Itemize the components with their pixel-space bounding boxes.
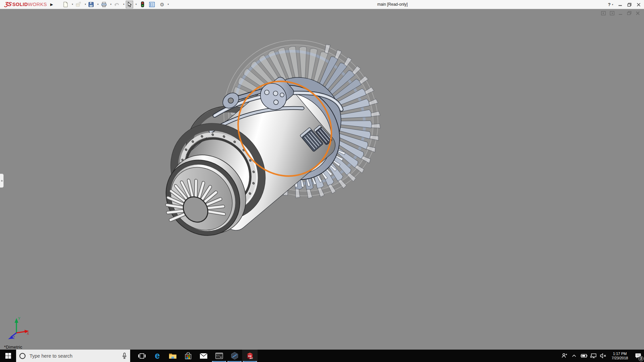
edrawings-button[interactable] xyxy=(227,350,242,362)
notification-badge: 3 xyxy=(638,356,644,361)
file-explorer-button[interactable] xyxy=(165,350,180,362)
people-button[interactable] xyxy=(560,353,568,359)
child-restore-icon[interactable] xyxy=(627,11,632,15)
orientation-triad: Y X Z xyxy=(5,315,30,340)
solidworks-logo: ƷS SOLIDWORKS xyxy=(0,0,49,9)
child-minimize-icon[interactable] xyxy=(619,11,623,15)
volume-button[interactable] xyxy=(599,353,607,358)
microsoft-store-button[interactable] xyxy=(180,350,196,362)
print-dropdown-icon[interactable]: ▾ xyxy=(110,3,112,6)
minimize-button[interactable] xyxy=(618,3,622,7)
windows-taskbar: Type here to search e xyxy=(0,350,644,362)
mail-icon xyxy=(200,353,208,359)
gear-icon: ⚙ xyxy=(160,2,164,7)
child-close-icon[interactable] xyxy=(636,11,640,15)
select-dropdown-icon[interactable]: ▾ xyxy=(136,3,137,6)
battery-button[interactable] xyxy=(580,354,587,358)
y-axis-arrow xyxy=(15,318,18,323)
hidden-icons-button[interactable] xyxy=(570,354,578,357)
pane-right-icon[interactable] xyxy=(610,11,614,15)
start-button[interactable] xyxy=(0,350,16,362)
properties-button[interactable] xyxy=(148,1,156,8)
open-dropdown-icon[interactable]: ▾ xyxy=(85,3,86,6)
options-button[interactable]: ⚙ xyxy=(159,1,165,8)
clock-time: 1:17 PM xyxy=(609,352,631,356)
graphics-viewport[interactable]: Y X Z *Dimetric xyxy=(0,9,644,350)
screen: ƷS SOLIDWORKS ▶ ▾ ▾ xyxy=(0,0,644,362)
save-button[interactable] xyxy=(87,1,95,8)
chevron-up-icon xyxy=(572,354,576,357)
print-icon xyxy=(101,2,107,7)
open-icon xyxy=(75,2,82,7)
minimize-icon xyxy=(618,3,622,7)
menu-flyout-arrow-icon[interactable]: ▶ xyxy=(50,2,53,7)
command-prompt-button[interactable]: C:\ xyxy=(211,350,227,362)
help-button[interactable]: ? xyxy=(608,2,611,7)
select-button[interactable] xyxy=(126,1,133,8)
clock-date: 7/23/2018 xyxy=(609,356,631,360)
action-center-button[interactable]: 3 xyxy=(633,351,643,361)
x-axis-label: X xyxy=(27,332,29,336)
store-icon xyxy=(185,352,192,360)
y-axis-label: Y xyxy=(18,317,20,320)
edrawings-hexagon-icon xyxy=(231,352,238,360)
viewport-window-controls xyxy=(601,11,640,15)
system-tray: 1:17 PM 7/23/2018 3 xyxy=(560,350,644,362)
network-button[interactable] xyxy=(590,353,597,358)
microphone-icon[interactable] xyxy=(122,353,127,359)
new-document-icon xyxy=(63,2,68,7)
volume-muted-icon xyxy=(600,353,606,358)
close-button[interactable] xyxy=(637,3,641,7)
save-dropdown-icon[interactable]: ▾ xyxy=(97,3,99,6)
pane-left-icon[interactable] xyxy=(601,11,606,15)
solidworks-logo-mark: ƷS xyxy=(4,1,12,8)
titlebar: ƷS SOLIDWORKS ▶ ▾ ▾ xyxy=(0,0,644,9)
svg-text:2017: 2017 xyxy=(250,357,253,359)
edge-icon: e xyxy=(155,351,160,360)
command-prompt-icon: C:\ xyxy=(215,353,223,359)
mail-button[interactable] xyxy=(196,350,211,362)
main-toolbar: ▾ ▾ ▾ xyxy=(62,0,169,8)
cortana-icon xyxy=(19,353,25,359)
svg-text:SW: SW xyxy=(248,355,252,357)
window-controls: ? ▾ xyxy=(608,0,641,9)
traffic-light-icon xyxy=(141,1,144,7)
search-placeholder: Type here to search xyxy=(30,353,72,359)
undo-button[interactable] xyxy=(113,1,121,8)
restore-icon xyxy=(627,3,632,7)
taskbar-apps: e xyxy=(134,350,258,362)
file-explorer-icon xyxy=(169,353,177,359)
close-icon xyxy=(637,3,641,7)
panel-flyout-tab[interactable] xyxy=(0,174,4,188)
document-title: main [Read-only] xyxy=(366,0,419,9)
options-dropdown-icon[interactable]: ▾ xyxy=(168,3,169,6)
task-view-button[interactable] xyxy=(134,350,150,362)
people-icon xyxy=(561,353,567,359)
select-cursor-icon xyxy=(127,2,132,7)
z-axis-label: Z xyxy=(13,336,15,340)
flyout-tab-dot xyxy=(1,180,3,182)
engine-model xyxy=(0,9,644,350)
windows-logo-icon xyxy=(5,353,11,359)
network-icon xyxy=(590,353,597,358)
solidworks-app-icon: SW 2017 xyxy=(246,352,254,360)
new-document-button[interactable] xyxy=(62,1,69,8)
undo-dropdown-icon[interactable]: ▾ xyxy=(123,3,124,6)
view-orientation-label: *Dimetric xyxy=(4,345,22,350)
save-icon xyxy=(88,2,94,7)
rebuild-button[interactable] xyxy=(140,0,145,8)
print-button[interactable] xyxy=(100,1,108,8)
new-dropdown-icon[interactable]: ▾ xyxy=(72,3,73,6)
open-button[interactable] xyxy=(74,1,83,8)
solidworks-taskbar-button[interactable]: SW 2017 xyxy=(242,350,258,362)
help-dropdown-icon[interactable]: ▾ xyxy=(612,3,613,6)
taskbar-clock[interactable]: 1:17 PM 7/23/2018 xyxy=(609,352,631,360)
undo-icon xyxy=(114,2,120,7)
edge-button[interactable]: e xyxy=(150,350,165,362)
task-view-icon xyxy=(138,353,146,359)
restore-button[interactable] xyxy=(627,3,632,7)
battery-icon xyxy=(580,354,587,358)
properties-list-icon xyxy=(149,2,155,7)
taskbar-search[interactable]: Type here to search xyxy=(16,350,130,362)
svg-text:C:\: C:\ xyxy=(216,355,220,357)
